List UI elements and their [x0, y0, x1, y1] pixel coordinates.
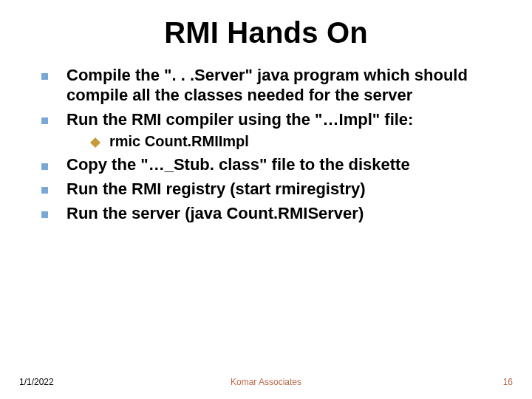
sub-bullet-list: rmic Count.RMIImpl [92, 132, 498, 151]
slide-footer: 1/1/2022 Komar Associates 16 [0, 377, 532, 387]
bullet-item-4: Run the RMI registry (start rmiregistry) [41, 180, 498, 200]
slide-title: RMI Hands On [30, 16, 502, 50]
bullet-text: Copy the "…_Stub. class" file to the dis… [66, 155, 410, 174]
bullet-text: Run the RMI registry (start rmiregistry) [66, 180, 366, 198]
sub-bullet-prefix: rmic [109, 133, 140, 149]
slide-body: Compile the ". . .Server" java program w… [30, 66, 502, 224]
bullet-list: Compile the ". . .Server" java program w… [41, 66, 498, 224]
footer-date: 1/1/2022 [19, 377, 54, 387]
bullet-item-3: Copy the "…_Stub. class" file to the dis… [41, 155, 498, 175]
sub-bullet-rest: Count.RMIImpl [140, 133, 249, 149]
bullet-item-5: Run the server (java Count.RMIServer) [41, 204, 498, 224]
bullet-item-2: Run the RMI compiler using the "…Impl" f… [41, 110, 498, 151]
bullet-text: Run the RMI compiler using the "…Impl" f… [66, 110, 413, 129]
bullet-text: Run the server (java Count.RMIServer) [66, 204, 364, 222]
slide: RMI Hands On Compile the ". . .Server" j… [0, 0, 532, 399]
bullet-text: Compile the ". . .Server" java program w… [66, 66, 468, 104]
bullet-item-1: Compile the ". . .Server" java program w… [41, 66, 498, 106]
sub-bullet-item-1: rmic Count.RMIImpl [92, 132, 498, 151]
footer-center: Komar Associates [231, 377, 301, 387]
footer-page-number: 16 [503, 377, 513, 387]
